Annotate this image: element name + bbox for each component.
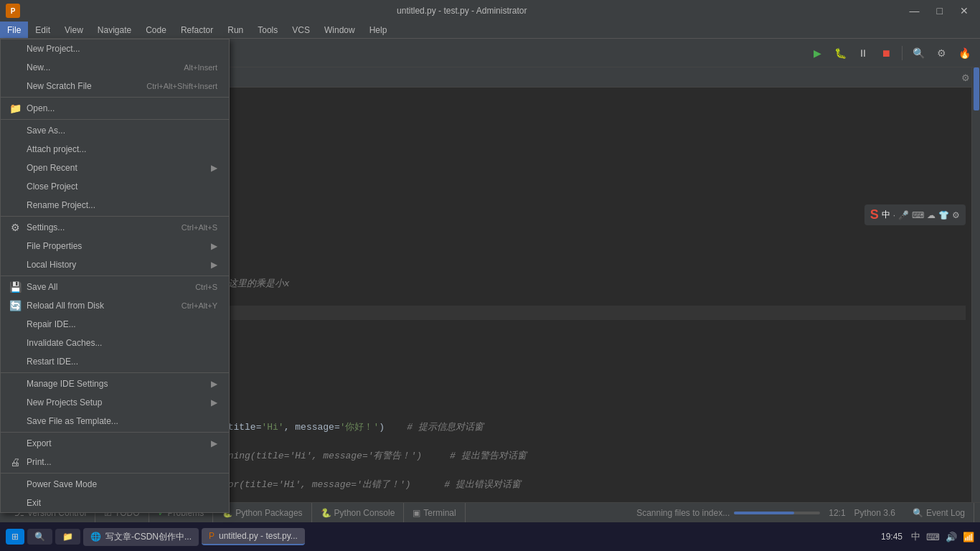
menu-local-history[interactable]: Local History ▶ (1, 255, 229, 274)
ime-cloud: ☁ (927, 210, 936, 220)
menu-save-file-template[interactable]: Save File as Template... (1, 412, 229, 430)
keyboard-icon: ⌨ (926, 532, 940, 542)
explorer-button[interactable]: 📁 (55, 529, 80, 545)
cursor-position[interactable]: 12:1 (829, 508, 845, 518)
sep1 (1, 97, 229, 98)
menu-rename-project[interactable]: Rename Project... (1, 196, 229, 215)
editor-settings-button[interactable]: ⚙ (960, 68, 971, 87)
menu-attach-project[interactable]: Attach project... (1, 140, 229, 159)
right-sidebar[interactable] (971, 67, 980, 531)
settings-icon: ⚙ (9, 222, 21, 233)
event-log-icon: 🔍 (913, 508, 923, 518)
menu-save-all[interactable]: 💾Save All Ctrl+S (1, 278, 229, 296)
title-text: untitled.py - test.py - Administrator (20, 6, 904, 16)
menu-new-project[interactable]: New Project... (1, 39, 229, 58)
menu-view[interactable]: View (57, 22, 90, 38)
debug-button[interactable]: 🐛 (830, 43, 850, 63)
ime-cn: 中 (882, 209, 890, 221)
sep7 (1, 473, 229, 474)
python-console-tab[interactable]: 🐍 Python Console (312, 503, 405, 523)
menu-bar: File Edit View Navigate Code Refactor Ru… (0, 22, 980, 39)
stop-button[interactable]: ⏹ (876, 43, 896, 63)
menu-restart-ide[interactable]: Restart IDE... (1, 352, 229, 371)
menu-help[interactable]: Help (362, 22, 395, 38)
menu-code[interactable]: Code (138, 22, 174, 38)
taskbar-clock: 19:45 (881, 532, 903, 542)
sep6 (1, 432, 229, 433)
progress-bar-container: Scanning files to index... (636, 508, 820, 518)
save-icon: 💾 (9, 281, 21, 293)
volume-icon: 🔊 (946, 532, 957, 542)
python-version-status[interactable]: Python 3.6 (854, 508, 895, 518)
menu-tools[interactable]: Tools (250, 22, 285, 38)
taskbar-pycharm[interactable]: P untitled.py - test.py... (202, 528, 305, 545)
sep5 (1, 372, 229, 373)
menu-run[interactable]: Run (220, 22, 250, 38)
menu-window[interactable]: Window (317, 22, 362, 38)
menu-file-properties[interactable]: File Properties ▶ (1, 237, 229, 255)
taskbar-csdn[interactable]: 🌐 写文章-CSDN创作中... (83, 528, 199, 546)
menu-edit[interactable]: Edit (28, 22, 57, 38)
terminal-tab[interactable]: ▣ Terminal (404, 503, 465, 523)
event-log-tab[interactable]: 🔍 Event Log (904, 503, 974, 523)
menu-open[interactable]: 📁Open... (1, 99, 229, 118)
search-icon-taskbar: 🔍 (34, 532, 45, 542)
pycharm-icon-taskbar: P (209, 531, 215, 541)
search-button-taskbar[interactable]: 🔍 (27, 529, 52, 545)
menu-new-projects-setup[interactable]: New Projects Setup ▶ (1, 393, 229, 412)
menu-invalidate-caches[interactable]: Invalidate Caches... (1, 334, 229, 352)
pause-button[interactable]: ⏸ (853, 43, 873, 63)
print-icon: 🖨 (9, 456, 21, 468)
menu-vcs[interactable]: VCS (285, 22, 317, 38)
network-icon: 📶 (963, 532, 974, 542)
menu-print[interactable]: 🖨Print... (1, 453, 229, 471)
toolbar-sep2 (902, 46, 903, 60)
menu-power-save[interactable]: Power Save Mode (1, 475, 229, 494)
sep3 (1, 216, 229, 217)
ime-toolbar: S 中 · 🎤 ⌨ ☁ 👕 ⚙ (864, 204, 966, 225)
clock-time: 19:45 (881, 532, 903, 542)
progress-bar (734, 512, 820, 514)
menu-new[interactable]: New... Alt+Insert (1, 58, 229, 77)
reload-icon: 🔄 (9, 300, 21, 311)
menu-export[interactable]: Export ▶ (1, 434, 229, 453)
menu-repair-ide[interactable]: Repair IDE... (1, 315, 229, 334)
close-button[interactable]: ✕ (954, 4, 974, 18)
search-button[interactable]: 🔍 (908, 43, 928, 63)
menu-navigate[interactable]: Navigate (90, 22, 138, 38)
ime-keyboard: ⌨ (912, 210, 924, 220)
status-right: Scanning files to index... 12:1 Python 3… (636, 503, 974, 523)
update-button[interactable]: 🔥 (954, 43, 974, 63)
windows-icon: ⊞ (11, 532, 19, 542)
start-button[interactable]: ⊞ (6, 529, 24, 545)
folder-icon: 📁 (9, 103, 21, 114)
menu-refactor[interactable]: Refactor (174, 22, 220, 38)
scroll-indicator (974, 67, 979, 110)
ime-more: ⚙ (952, 210, 960, 220)
sep4 (1, 276, 229, 276)
sep2 (1, 119, 229, 120)
menu-close-project[interactable]: Close Project (1, 177, 229, 196)
run-button[interactable]: ▶ (807, 43, 827, 63)
file-dropdown: New Project... New... Alt+Insert New Scr… (0, 39, 230, 513)
menu-reload-disk[interactable]: 🔄Reload All from Disk Ctrl+Alt+Y (1, 296, 229, 315)
menu-save-as[interactable]: Save As... (1, 121, 229, 140)
menu-settings[interactable]: ⚙Settings... Ctrl+Alt+S (1, 218, 229, 237)
ime-mic: 🎤 (898, 210, 909, 220)
scanning-text: Scanning files to index... (636, 508, 730, 518)
progress-fill (734, 512, 794, 514)
terminal-icon: ▣ (413, 508, 420, 518)
menu-open-recent[interactable]: Open Recent ▶ (1, 159, 229, 177)
taskbar: ⊞ 🔍 📁 🌐 写文章-CSDN创作中... P untitled.py - t… (0, 522, 980, 551)
sys-icons: 中 ⌨ 🔊 📶 (911, 530, 974, 543)
app-icon: P (6, 4, 20, 18)
menu-new-scratch[interactable]: New Scratch File Ctrl+Alt+Shift+Insert (1, 77, 229, 95)
menu-file[interactable]: File (0, 22, 28, 38)
menu-exit[interactable]: Exit (1, 494, 229, 512)
ime-dot: · (893, 210, 895, 220)
maximize-button[interactable]: □ (931, 4, 948, 18)
minimize-button[interactable]: — (904, 4, 925, 18)
menu-manage-ide-settings[interactable]: Manage IDE Settings ▶ (1, 375, 229, 393)
browser-icon: 🌐 (90, 532, 101, 542)
settings-button[interactable]: ⚙ (931, 43, 951, 63)
